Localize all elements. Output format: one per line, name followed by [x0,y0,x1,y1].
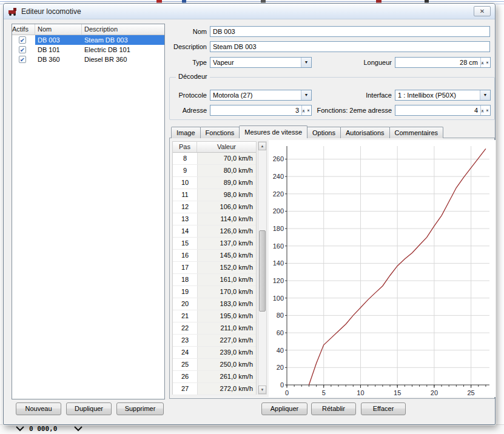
speed-row[interactable]: 22211,0 km/h [173,322,256,335]
speed-row[interactable]: 15137,0 km/h [173,238,256,250]
svg-text:0: 0 [285,389,289,396]
speed-row[interactable]: 19170,0 km/h [173,286,256,298]
speed-value[interactable]: 106,0 km/h [197,201,256,213]
dupliquer-button[interactable]: Dupliquer [66,402,112,415]
speed-measure-table[interactable]: Pas Valeur 870,0 km/h980,0 km/h1089,0 km… [172,141,257,395]
chevron-down-icon[interactable]: ▼ [301,90,311,100]
speed-row[interactable]: 18161,0 km/h [173,274,256,286]
scroll-down-icon[interactable]: ▼ [258,386,266,394]
speed-row[interactable]: 1089,0 km/h [173,177,256,189]
speed-row[interactable]: 21195,0 km/h [173,310,256,322]
longueur-stepper[interactable]: 28 cm ▲ ▼ [395,57,491,68]
speed-row[interactable]: 26261,0 km/h [173,371,256,383]
locomotive-rows: ✔DB 003Steam DB 003✔DB 101Electric DB 10… [12,35,164,64]
actifs-checkbox[interactable]: ✔ [12,35,35,45]
interface-dropdown[interactable]: 1 : Intellibox (P50X) ▼ [395,90,491,101]
speed-value[interactable]: 239,0 km/h [197,347,256,358]
locomotive-row[interactable]: ✔DB 360Diesel BR 360 [12,55,164,64]
speed-row[interactable]: 23227,0 km/h [173,335,256,347]
speed-row[interactable]: 980,0 km/h [173,165,256,177]
fonctions-stepper[interactable]: 4 ▲ ▼ [395,105,491,116]
tab-options[interactable]: Options [307,127,341,138]
speed-value[interactable]: 250,0 km/h [197,359,256,370]
retablir-button[interactable]: Rétablir [311,402,356,415]
speed-row[interactable]: 14126,0 km/h [173,225,256,238]
loco-name: DB 101 [35,45,82,55]
column-header-nom[interactable]: Nom [35,24,82,35]
speed-row[interactable]: 13114,0 km/h [173,213,256,225]
column-header-actifs[interactable]: Actifs [12,24,35,35]
speed-value[interactable]: 80,0 km/h [197,165,256,176]
speed-row[interactable]: 870,0 km/h [173,153,256,165]
chevron-down-icon[interactable]: ▼ [480,90,490,100]
speed-table-scrollbar[interactable]: ▲ ▼ [258,141,267,395]
speed-row[interactable]: 16145,0 km/h [173,250,256,262]
svg-text:140: 140 [273,259,284,267]
spinner-down-icon[interactable]: ▼ [486,109,489,112]
scrollbar-thumb[interactable] [259,230,266,312]
description-label: Description [149,41,207,52]
spinner-up-icon[interactable]: ▲ [481,61,484,65]
speed-row[interactable]: 25250,0 km/h [173,359,256,371]
tab-autorisations[interactable]: Autorisations [340,127,390,138]
speed-row[interactable]: 27272,0 km/h [173,383,256,395]
checkbox-check-icon: ✔ [19,36,26,44]
tab-fonctions[interactable]: Fonctions [200,127,240,138]
speed-value[interactable]: 137,0 km/h [197,238,256,249]
speed-value[interactable]: 195,0 km/h [197,310,256,322]
locomotive-row[interactable]: ✔DB 003Steam DB 003 [12,35,164,45]
speed-value[interactable]: 211,0 km/h [197,322,256,334]
description-input[interactable]: Steam DB 003 [210,41,490,52]
protocole-dropdown[interactable]: Motorola (27) ▼ [210,90,312,101]
speed-step: 25 [173,359,197,370]
speed-value[interactable]: 114,0 km/h [197,213,256,225]
tab-image[interactable]: Image [171,127,201,138]
speed-row[interactable]: 12106,0 km/h [173,201,256,213]
column-header-pas[interactable]: Pas [173,142,197,152]
nouveau-button[interactable]: Nouveau [16,402,61,415]
svg-text:10: 10 [357,389,364,396]
tab-commentaires[interactable]: Commentaires [389,127,444,138]
locomotive-list[interactable]: Actifs Nom Description ✔DB 003Steam DB 0… [12,24,165,399]
speed-curve-chart: 0204060801001201401601802002202402600510… [269,140,496,397]
spinner-up-icon[interactable]: ▲ [481,109,484,113]
effacer-button[interactable]: Effacer [361,402,406,415]
speed-row[interactable]: 20183,0 km/h [173,298,256,310]
speed-row[interactable]: 1198,0 km/h [173,189,256,201]
type-dropdown[interactable]: Vapeur ▼ [210,57,312,68]
speed-value[interactable]: 152,0 km/h [197,262,256,273]
svg-text:40: 40 [277,347,284,354]
supprimer-button[interactable]: Supprimer [116,402,164,415]
close-icon[interactable]: ✕ [474,6,491,16]
dialog-titlebar[interactable]: Editeur locomotive ✕ [4,4,495,19]
speed-value[interactable]: 89,0 km/h [197,177,256,189]
appliquer-button[interactable]: Appliquer [261,402,307,415]
speed-value[interactable]: 272,0 km/h [197,383,256,395]
speed-value[interactable]: 98,0 km/h [197,189,256,201]
speed-value[interactable]: 183,0 km/h [197,298,256,310]
tab-mesures-de-vitesse[interactable]: Mesures de vitesse [239,125,307,138]
chevron-down-icon [74,426,82,432]
locomotive-row[interactable]: ✔DB 101Electric DB 101 [12,45,164,55]
speed-value[interactable]: 170,0 km/h [197,286,256,298]
actifs-checkbox[interactable]: ✔ [12,55,35,64]
actifs-checkbox[interactable]: ✔ [12,45,35,55]
speed-value[interactable]: 145,0 km/h [197,250,256,261]
spinner-down-icon[interactable]: ▼ [486,61,489,64]
adresse-value: 3 [213,105,299,115]
speed-row[interactable]: 17152,0 km/h [173,262,256,274]
fonctions-spin-buttons: ▲ ▼ [480,105,490,115]
chevron-down-icon[interactable]: ▼ [301,58,311,67]
longueur-spin-buttons: ▲ ▼ [480,58,490,67]
mesures-tab-panel: Pas Valeur 870,0 km/h980,0 km/h1089,0 km… [169,138,495,399]
speed-value[interactable]: 161,0 km/h [197,274,256,285]
column-header-valeur[interactable]: Valeur [197,142,256,152]
speed-value[interactable]: 126,0 km/h [197,225,256,237]
speed-row[interactable]: 24239,0 km/h [173,347,256,359]
adresse-stepper[interactable]: 3 ▲ ▼ [210,105,312,116]
scroll-up-icon[interactable]: ▲ [258,142,266,150]
speed-value[interactable]: 261,0 km/h [197,371,256,382]
nom-input[interactable]: DB 003 [210,26,490,37]
speed-value[interactable]: 70,0 km/h [197,153,256,164]
speed-value[interactable]: 227,0 km/h [197,335,256,346]
